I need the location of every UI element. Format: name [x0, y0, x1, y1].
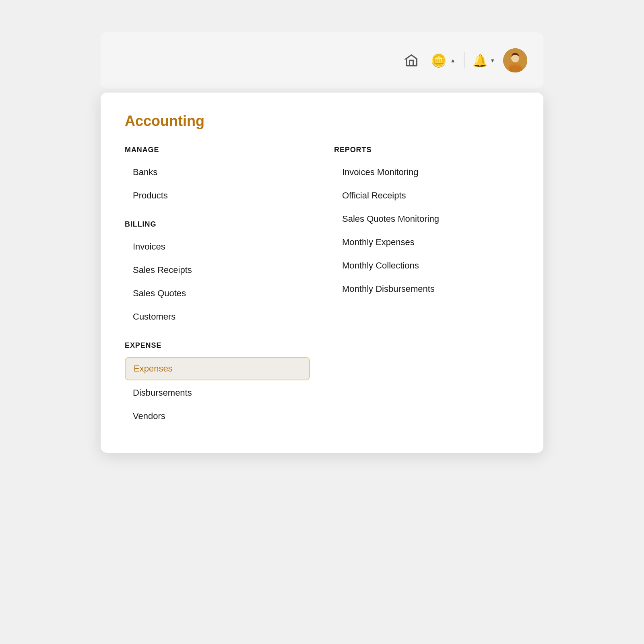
- menu-item-banks[interactable]: Banks: [125, 161, 310, 183]
- menu-item-monthly-expenses[interactable]: Monthly Expenses: [334, 231, 519, 253]
- top-bar-icons: 🪙 ▲ 🔔 ▼: [400, 48, 527, 72]
- section-header-billing: BILLING: [125, 220, 310, 229]
- home-icon: [404, 53, 419, 68]
- left-column: MANAGE Banks Products BILLING Invoices S…: [125, 146, 326, 429]
- caret-down-icon: ▼: [490, 58, 495, 64]
- notification-button[interactable]: 🔔 ▼: [473, 54, 495, 68]
- menu-item-products[interactable]: Products: [125, 185, 310, 206]
- dropdown-columns: MANAGE Banks Products BILLING Invoices S…: [125, 146, 519, 429]
- menu-item-sales-quotes-monitoring[interactable]: Sales Quotes Monitoring: [334, 208, 519, 230]
- section-header-manage: MANAGE: [125, 146, 310, 154]
- menu-item-customers[interactable]: Customers: [125, 306, 310, 328]
- menu-item-sales-receipts[interactable]: Sales Receipts: [125, 259, 310, 281]
- menu-item-invoices[interactable]: Invoices: [125, 236, 310, 258]
- menu-item-monthly-collections[interactable]: Monthly Collections: [334, 255, 519, 277]
- menu-item-sales-quotes[interactable]: Sales Quotes: [125, 283, 310, 304]
- section-header-expense: EXPENSE: [125, 341, 310, 350]
- avatar-image: [503, 48, 527, 72]
- caret-up-icon: ▲: [450, 57, 456, 64]
- menu-item-disbursements[interactable]: Disbursements: [125, 382, 310, 404]
- right-column: REPORTS Invoices Monitoring Official Rec…: [326, 146, 519, 429]
- spacer-1: [125, 208, 310, 220]
- accounting-menu-button[interactable]: 🪙 ▲: [431, 53, 456, 68]
- menu-item-monthly-disbursements[interactable]: Monthly Disbursements: [334, 278, 519, 300]
- spacer-2: [125, 329, 310, 341]
- dropdown-title: Accounting: [125, 113, 519, 130]
- section-header-reports: REPORTS: [334, 146, 519, 154]
- top-bar: 🪙 ▲ 🔔 ▼: [0, 0, 644, 89]
- menu-item-invoices-monitoring[interactable]: Invoices Monitoring: [334, 161, 519, 183]
- top-bar-inner: 🪙 ▲ 🔔 ▼: [101, 32, 543, 89]
- menu-item-vendors[interactable]: Vendors: [125, 405, 310, 427]
- menu-item-expenses[interactable]: Expenses: [125, 357, 310, 380]
- home-button[interactable]: [400, 49, 423, 72]
- accounting-dropdown: Accounting MANAGE Banks Products BILLING…: [101, 93, 543, 453]
- avatar-svg: [503, 48, 527, 72]
- menu-item-official-receipts[interactable]: Official Receipts: [334, 185, 519, 206]
- divider: [464, 52, 464, 68]
- bell-icon: 🔔: [473, 54, 487, 68]
- user-avatar[interactable]: [503, 48, 527, 72]
- coins-icon: 🪙: [431, 53, 447, 68]
